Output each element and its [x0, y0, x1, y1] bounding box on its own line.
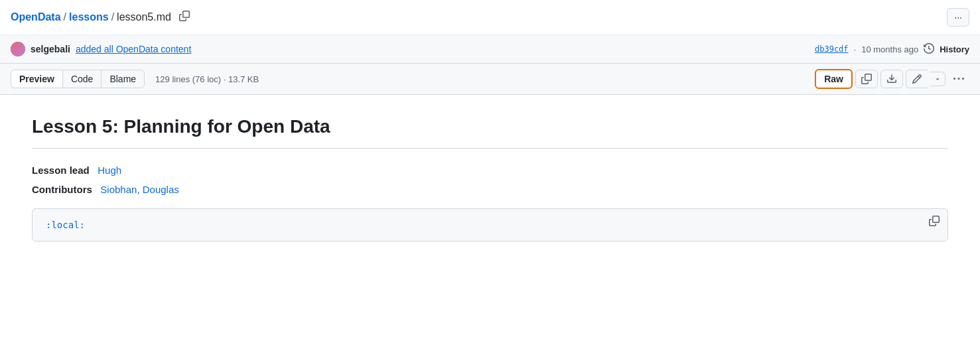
code-copy-icon[interactable]: [929, 216, 940, 228]
commit-author[interactable]: selgebali: [31, 44, 70, 54]
tab-code[interactable]: Code: [62, 70, 101, 88]
history-clock-icon: [924, 43, 934, 56]
contributors-label: Contributors: [32, 184, 92, 195]
copy-path-icon[interactable]: [179, 11, 190, 24]
download-button[interactable]: [880, 70, 903, 88]
code-content: :local:: [46, 220, 85, 230]
breadcrumb-sep1: /: [64, 11, 66, 23]
contributors-line: Contributors Siobhan, Douglas: [32, 184, 948, 195]
file-toolbar: Preview Code Blame 129 lines (76 loc) · …: [0, 64, 980, 95]
content-title: Lesson 5: Planning for Open Data: [32, 116, 948, 149]
commit-bar: selgebali added all OpenData content db3…: [0, 35, 980, 64]
raw-button[interactable]: Raw: [815, 69, 853, 89]
breadcrumb-file: lesson5.md: [117, 11, 171, 23]
contributors-names[interactable]: Siobhan, Douglas: [100, 184, 178, 195]
toolbar-tabs: Preview Code Blame 129 lines (76 loc) · …: [11, 70, 259, 88]
lesson-lead-person[interactable]: Hugh: [98, 165, 121, 176]
commit-hash[interactable]: db39cdf: [815, 44, 849, 54]
breadcrumb-sep2: /: [111, 11, 114, 23]
commit-separator: ·: [854, 44, 857, 54]
kebab-menu-button[interactable]: [948, 70, 969, 88]
commit-info-left: selgebali added all OpenData content: [11, 42, 191, 56]
code-block: :local:: [32, 208, 948, 241]
file-content: Lesson 5: Planning for Open Data Lesson …: [0, 95, 980, 263]
more-options-button[interactable]: ···: [947, 8, 969, 27]
tab-blame[interactable]: Blame: [101, 70, 145, 88]
breadcrumb-bar: OpenData / lessons / lesson5.md ···: [0, 0, 980, 35]
avatar: [11, 42, 25, 56]
commit-message[interactable]: added all OpenData content: [76, 44, 191, 54]
edit-dropdown-button[interactable]: [930, 72, 945, 86]
breadcrumb: OpenData / lessons / lesson5.md: [11, 11, 190, 24]
file-meta: 129 lines (76 loc) · 13.7 KB: [155, 74, 259, 84]
history-button[interactable]: History: [940, 44, 969, 54]
tab-preview[interactable]: Preview: [11, 70, 62, 88]
commit-time: 10 months ago: [861, 44, 918, 54]
commit-info-right: db39cdf · 10 months ago History: [815, 43, 969, 56]
breadcrumb-dir-link[interactable]: lessons: [69, 11, 109, 23]
lesson-lead-line: Lesson lead Hugh: [32, 165, 948, 176]
breadcrumb-repo-link[interactable]: OpenData: [11, 11, 61, 23]
lesson-lead-label: Lesson lead: [32, 165, 90, 176]
edit-button[interactable]: [906, 70, 928, 88]
toolbar-actions: Raw: [815, 69, 969, 89]
copy-raw-button[interactable]: [855, 70, 878, 88]
